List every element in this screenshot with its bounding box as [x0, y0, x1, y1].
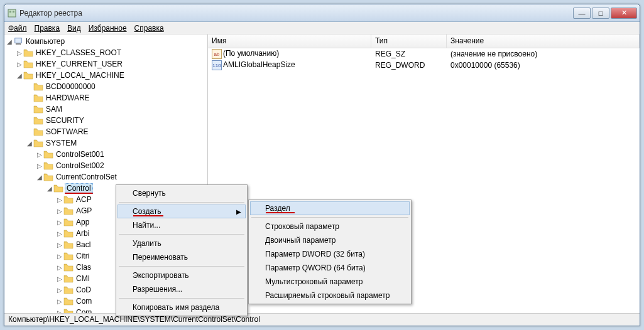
ctx-export[interactable]: Экспортировать — [117, 269, 246, 282]
folder-icon — [63, 195, 74, 204]
expander-icon[interactable]: ▷ — [56, 287, 63, 294]
tree-item[interactable]: SAM — [26, 104, 207, 115]
ctx-new-binary[interactable]: Двоичный параметр — [250, 233, 410, 247]
folder-icon — [63, 240, 74, 249]
ctx-new-dword[interactable]: Параметр DWORD (32 бита) — [250, 247, 410, 261]
ctx-new-qword[interactable]: Параметр QWORD (64 бита) — [250, 261, 410, 275]
tree-item-ccs[interactable]: ◢CurrentControlSet — [36, 171, 207, 183]
folder-icon — [63, 229, 74, 238]
menu-help[interactable]: Справка — [134, 24, 164, 33]
ctx-new-multistring[interactable]: Мультистроковый параметр — [250, 275, 410, 289]
titlebar[interactable]: Редактор реестра — □ ✕ — [4, 4, 640, 22]
ctx-find[interactable]: Найти... — [117, 218, 246, 232]
folder-icon — [63, 308, 74, 313]
tree-item[interactable]: ▷ControlSet001 — [36, 149, 207, 160]
folder-icon — [23, 60, 33, 68]
list-header: Имя Тип Значение — [208, 35, 640, 48]
expander-icon[interactable]: ▷ — [36, 151, 43, 158]
expander-icon[interactable]: ▷ — [56, 275, 63, 282]
folder-icon — [63, 218, 74, 226]
expander-icon[interactable]: ◢ — [36, 174, 43, 181]
folder-icon — [63, 285, 74, 294]
separator — [119, 266, 244, 267]
expander-icon[interactable]: ▷ — [56, 219, 63, 226]
ctx-delete[interactable]: Удалить — [117, 237, 246, 250]
tree-item[interactable]: ▷HKEY_CLASSES_ROOT — [16, 47, 207, 58]
menu-view[interactable]: Вид — [67, 24, 81, 33]
tree-item[interactable]: HARDWARE — [26, 92, 207, 104]
highlight-marker — [266, 212, 295, 213]
tree-item[interactable]: ▷HKEY_CURRENT_USER — [16, 58, 207, 70]
folder-icon — [33, 139, 43, 147]
folder-icon — [33, 82, 43, 91]
ctx-new-key[interactable]: Раздел — [250, 201, 410, 215]
folder-icon — [33, 116, 43, 125]
ctx-create[interactable]: Создать▶ — [117, 205, 246, 218]
ctx-new-expandstring[interactable]: Расширяемый строковый параметр — [250, 289, 410, 302]
folder-icon — [63, 297, 74, 306]
ctx-new-string[interactable]: Строковый параметр — [250, 220, 410, 233]
menu-favorites[interactable]: Избранное — [89, 24, 127, 33]
expander-icon[interactable]: ▷ — [56, 242, 63, 248]
expander-icon[interactable]: ▷ — [56, 253, 63, 260]
highlight-marker — [133, 215, 163, 216]
folder-icon — [43, 150, 53, 159]
menu-edit[interactable]: Правка — [35, 24, 60, 33]
expander-icon[interactable]: ▷ — [36, 162, 43, 169]
window-title: Редактор реестра — [19, 9, 573, 18]
expander-icon[interactable]: ◢ — [26, 140, 33, 147]
tree-item[interactable]: ▷ControlSet002 — [36, 160, 207, 171]
ctx-rename[interactable]: Переименовать — [117, 250, 246, 264]
value-data: 0x00010000 (65536) — [447, 61, 640, 70]
value-row[interactable]: 110AMLIGlobalHeapSizeREG_DWORD0x00010000… — [208, 60, 640, 71]
folder-icon — [33, 105, 43, 114]
separator — [119, 298, 244, 299]
menu-file[interactable]: Файл — [8, 24, 27, 33]
close-button[interactable]: ✕ — [611, 8, 637, 19]
tree-item[interactable]: SOFTWARE — [26, 126, 207, 137]
context-menu-key: Свернуть Создать▶ Найти... Удалить Переи… — [116, 184, 248, 316]
folder-icon — [53, 184, 63, 193]
expander-icon[interactable]: ▷ — [16, 61, 23, 68]
value-name: AMLIGlobalHeapSize — [223, 60, 295, 69]
value-row[interactable]: ab(По умолчанию)REG_SZ(значение не присв… — [208, 48, 640, 60]
expander-icon[interactable]: ▷ — [56, 208, 63, 215]
maximize-button[interactable]: □ — [592, 8, 609, 19]
folder-icon — [63, 274, 74, 283]
statusbar: Компьютер\HKEY_LOCAL_MACHINE\SYSTEM\Curr… — [4, 313, 640, 326]
column-value[interactable]: Значение — [447, 35, 640, 48]
folder-icon — [33, 127, 43, 136]
expander-icon[interactable]: ▷ — [56, 196, 63, 203]
expander-icon[interactable]: ▷ — [56, 264, 63, 271]
window-controls: — □ ✕ — [573, 8, 637, 19]
expander-icon[interactable]: ◢ — [46, 185, 53, 192]
folder-icon — [33, 93, 43, 102]
expander-icon[interactable]: ◢ — [16, 72, 23, 79]
expander-icon[interactable]: ◢ — [6, 38, 13, 45]
expander-icon[interactable]: ▷ — [56, 298, 63, 305]
expander-icon[interactable]: ▷ — [56, 309, 63, 314]
folder-icon — [63, 263, 74, 272]
tree-root[interactable]: ◢Компьютер — [6, 36, 207, 47]
value-type-icon: 110 — [212, 60, 222, 70]
value-data: (значение не присвоено) — [447, 50, 640, 58]
submenu-arrow-icon: ▶ — [236, 208, 241, 215]
menubar: Файл Правка Вид Избранное Справка — [4, 22, 640, 35]
column-name[interactable]: Имя — [208, 35, 371, 48]
tree-item-hklm[interactable]: ◢HKEY_LOCAL_MACHINE — [16, 70, 207, 81]
separator — [119, 234, 244, 235]
ctx-copy-key-name[interactable]: Копировать имя раздела — [117, 301, 246, 314]
tree-item-system[interactable]: ◢SYSTEM — [26, 137, 207, 149]
app-icon — [7, 8, 17, 18]
expander-icon[interactable]: ▷ — [56, 230, 63, 237]
ctx-permissions[interactable]: Разрешения... — [117, 282, 246, 296]
column-type[interactable]: Тип — [371, 35, 447, 48]
tree-item[interactable]: SECURITY — [26, 115, 207, 126]
folder-icon — [63, 252, 74, 260]
separator — [251, 217, 408, 218]
minimize-button[interactable]: — — [573, 8, 591, 19]
folder-icon — [43, 173, 53, 181]
expander-icon[interactable]: ▷ — [16, 50, 23, 56]
ctx-collapse[interactable]: Свернуть — [117, 186, 246, 200]
tree-item[interactable]: BCD00000000 — [26, 81, 207, 92]
